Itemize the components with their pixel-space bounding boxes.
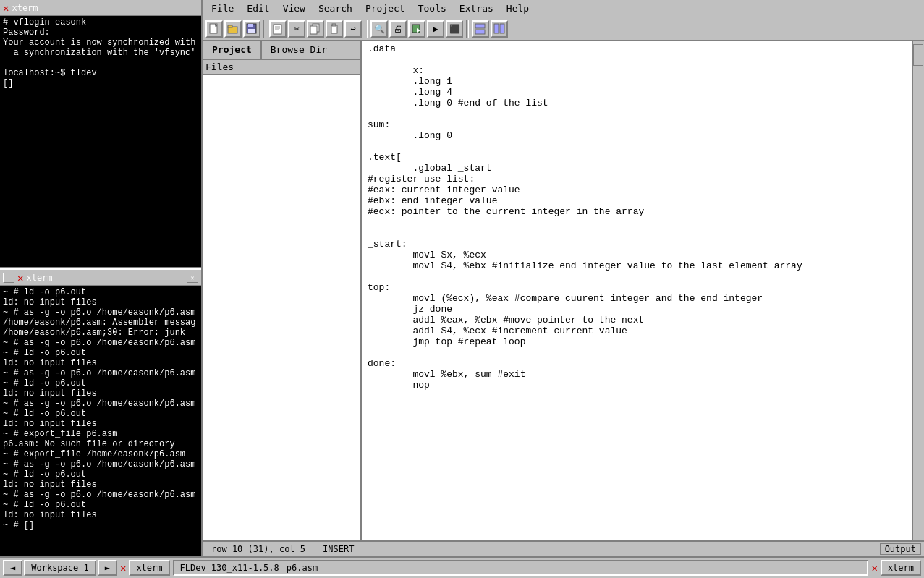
taskbar-logo-2: ✕: [871, 562, 877, 574]
menu-project[interactable]: Project: [360, 1, 411, 15]
taskbar: ◄ Workspace 1 ► ✕ xterm FLDev 130_x11-1.…: [0, 556, 924, 578]
statusbar: row 10 (31), col 5 INSERT Output: [203, 540, 924, 556]
xterm1-taskbar[interactable]: xterm: [129, 560, 169, 576]
svg-rect-17: [475, 30, 485, 34]
toolbar-sep-3: [466, 20, 469, 38]
save-file-button[interactable]: [243, 20, 260, 38]
terminal-bottom-titlebar: _ ✕ xterm ✕: [0, 270, 201, 286]
print-button[interactable]: 🖨: [389, 20, 407, 38]
svg-rect-5: [248, 29, 255, 33]
paste-button[interactable]: [326, 20, 343, 38]
svg-rect-13: [332, 24, 336, 26]
toolbar-sep-2: [365, 20, 368, 38]
terminal-top-logo: ✕: [3, 2, 9, 14]
terminal-bottom-content: ~ # ld -o p6.out ld: no input files ~ # …: [0, 286, 201, 556]
menu-edit[interactable]: Edit: [241, 1, 275, 15]
toolbar-sep-1: [263, 20, 266, 38]
workspace-right-btn[interactable]: ►: [98, 560, 117, 576]
terminal-bottom-title: xterm: [26, 273, 184, 283]
status-mode: INSERT: [317, 544, 360, 554]
menubar: File Edit View Search Project Tools Extr…: [203, 0, 924, 17]
run-button[interactable]: ▶: [427, 20, 444, 38]
menu-search[interactable]: Search: [313, 1, 358, 15]
taskbar-logo-1: ✕: [120, 562, 126, 574]
files-content: [203, 75, 360, 540]
tile-vertical-button[interactable]: [491, 20, 508, 38]
export-button[interactable]: [408, 20, 425, 38]
svg-rect-19: [500, 24, 504, 33]
open-file-button[interactable]: [224, 20, 242, 38]
terminal-top-titlebar: ✕ xterm: [0, 0, 201, 16]
files-header: Files: [203, 59, 360, 75]
stop-button[interactable]: ⬛: [446, 20, 463, 38]
svg-rect-16: [475, 24, 485, 28]
tab-browse-dir[interactable]: Browse Dir: [261, 41, 336, 59]
xterm2-taskbar[interactable]: xterm: [881, 560, 921, 576]
workspace-left-btn[interactable]: ◄: [3, 560, 22, 576]
menu-file[interactable]: File: [205, 1, 240, 15]
fldev-file-label: p6.asm: [287, 563, 318, 573]
menu-view[interactable]: View: [277, 1, 311, 15]
scrollbar-right[interactable]: [912, 41, 924, 540]
svg-rect-4: [248, 24, 253, 27]
sidebar: Project Browse Dir Files: [203, 41, 362, 540]
svg-rect-2: [228, 25, 232, 27]
tile-horizontal-button[interactable]: [472, 20, 489, 38]
workspace-nav: ◄ Workspace 1 ►: [3, 560, 117, 576]
svg-rect-18: [494, 24, 499, 33]
copy-button[interactable]: [307, 20, 324, 38]
menu-tools[interactable]: Tools: [412, 1, 452, 15]
output-button[interactable]: Output: [880, 543, 921, 555]
editor-content[interactable]: .data x: .long 1 .long 4 .long 0 #end of…: [362, 41, 912, 540]
menu-extras[interactable]: Extras: [454, 1, 499, 15]
menu-help[interactable]: Help: [501, 1, 535, 15]
find-button[interactable]: 🔍: [370, 20, 388, 38]
fldev-taskbar[interactable]: FLDev 130_x11-1.5.8 p6.asm: [173, 560, 869, 576]
terminal-bottom-logo: ✕: [17, 272, 23, 284]
print-preview-button[interactable]: [269, 20, 287, 38]
toolbar: ✂ ↩ 🔍 🖨 ▶ ⬛: [203, 17, 924, 41]
workspace-label: Workspace 1: [24, 560, 96, 576]
status-position: row 10 (31), col 5: [205, 544, 311, 554]
svg-rect-12: [331, 25, 337, 33]
undo-button[interactable]: ↩: [344, 20, 362, 38]
fldev-label: FLDev 130_x11-1.5.8: [180, 563, 279, 573]
svg-rect-11: [310, 26, 317, 34]
sidebar-tabs: Project Browse Dir: [203, 41, 360, 59]
terminal-top-content: # vflogin easonk Password: Your account …: [0, 16, 201, 267]
terminal-close-btn[interactable]: ✕: [187, 273, 198, 283]
tab-project[interactable]: Project: [203, 41, 261, 59]
terminal-top-title: xterm: [12, 3, 198, 13]
terminal-minimize-btn[interactable]: _: [3, 273, 14, 283]
new-file-button[interactable]: [205, 20, 223, 38]
cut-button[interactable]: ✂: [288, 20, 305, 38]
